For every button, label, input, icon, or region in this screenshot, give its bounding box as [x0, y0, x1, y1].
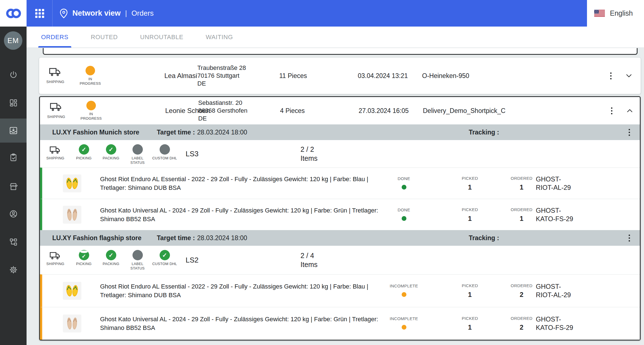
tab-routed[interactable]: ROUTED: [88, 27, 121, 48]
sidebar-item-dashboard[interactable]: [0, 91, 27, 115]
item-status: DONE: [382, 207, 426, 222]
account-icon: [9, 209, 18, 218]
store-menu-button[interactable]: [623, 232, 635, 244]
item-row[interactable]: Ghost Riot Enduro AL Essential - 2022 - …: [40, 274, 640, 307]
orders-list: SHIPPING IN PROGRESS Lea Almasi Traubens…: [27, 48, 644, 345]
pieces-count: 11 Pieces: [279, 72, 307, 80]
item-status-dot: [402, 185, 406, 190]
step-picking: PICKING: [68, 143, 99, 160]
hierarchy-icon: [9, 237, 18, 246]
status-label: IN PROGRESS: [76, 112, 106, 121]
top-bar: Network view | Orders: [27, 0, 587, 27]
grid-icon: [35, 9, 44, 18]
partial-check-circle-icon: [79, 250, 89, 260]
address-line: Traubenstraße 28: [197, 64, 246, 72]
language-selector[interactable]: English: [587, 0, 644, 27]
picked-label: PICKED: [450, 207, 489, 212]
ordered-value: 2: [502, 323, 541, 331]
picked-label: PICKED: [450, 283, 489, 288]
tab-waiting[interactable]: WAITING: [203, 27, 236, 48]
sidebar-item-settings[interactable]: [0, 258, 27, 282]
language-label: English: [610, 9, 633, 17]
order-id: Delivery_Demo_Shortpick_C: [423, 107, 515, 115]
step-label-status: LABEL STATUS: [122, 249, 153, 271]
pieces-count: 4 Pieces: [280, 107, 305, 115]
item-status-dot: [402, 292, 406, 297]
product-image-flipflops: [63, 282, 81, 300]
brand-logo-icon: [5, 8, 22, 19]
sidebar-item-stores[interactable]: [0, 174, 27, 199]
tab-unroutable[interactable]: UNROUTABLE: [137, 27, 186, 48]
item-status-label: DONE: [382, 207, 426, 212]
pending-circle-icon: [132, 144, 143, 155]
chevron-down-icon: [626, 74, 632, 77]
brand-logo[interactable]: [0, 0, 27, 27]
item-status-label: INCOMPLETE: [382, 316, 426, 321]
sidebar: EM: [0, 0, 27, 345]
page-title: Network view | Orders: [60, 0, 154, 27]
address-line: DE: [197, 80, 246, 88]
item-row[interactable]: Ghost Kato Universal AL - 2024 - 29 Zoll…: [40, 199, 640, 230]
collapse-order-button[interactable]: [624, 105, 636, 117]
in-progress-icon: [86, 101, 96, 110]
expand-order-button[interactable]: [623, 70, 635, 82]
step-label: LABEL STATUS: [122, 156, 153, 165]
check-circle-icon: [106, 144, 116, 155]
shipping-channel: SHIPPING: [42, 103, 70, 119]
step-custom-dhl: CUSTOM DHL: [149, 249, 180, 266]
order-menu-button[interactable]: [605, 70, 617, 82]
store-menu-button[interactable]: [623, 126, 635, 138]
picked-value: 1: [450, 214, 489, 222]
delivery-address: Sebastianstr. 20 86368 Gersthofen DE: [198, 99, 247, 122]
target-time-value: 28.03.2024 18:00: [197, 129, 247, 136]
step-packing: PACKING: [96, 249, 126, 266]
truck-icon: [50, 103, 62, 112]
sidebar-item-tasks[interactable]: [0, 145, 27, 169]
product-image-flipflops: [63, 206, 81, 224]
order-card: SHIPPING IN PROGRESS Lea Almasi Traubens…: [39, 58, 641, 94]
item-description: Ghost Riot Enduro AL Essential - 2022 - …: [100, 175, 394, 192]
step-picking: PICKING: [68, 249, 99, 266]
step-label: SHIPPING: [40, 262, 71, 266]
item-description: Ghost Kato Universal AL - 2024 - 29 Zoll…: [100, 315, 394, 332]
order-row[interactable]: SHIPPING IN PROGRESS Leonie Schoen Sebas…: [40, 97, 640, 124]
step-label: CUSTOM DHL: [149, 156, 180, 160]
picked-value: 1: [450, 323, 489, 331]
store-name: LU.XY Fashion flagship store: [52, 234, 141, 242]
shipment-code: LS3: [186, 150, 198, 158]
step-label-status: LABEL STATUS: [122, 143, 153, 165]
in-progress-icon: [86, 66, 95, 75]
item-row[interactable]: Ghost Kato Universal AL - 2024 - 29 Zoll…: [40, 307, 640, 340]
app-launcher-button[interactable]: [34, 8, 46, 19]
sidebar-item-orders-inbox[interactable]: [0, 119, 27, 143]
item-sku: GHOST-KATO-FS-29: [536, 206, 576, 223]
product-image-flipflops: [63, 315, 81, 332]
step-label: PICKING: [68, 156, 99, 160]
item-status-label: INCOMPLETE: [382, 283, 426, 288]
order-menu-button[interactable]: [605, 105, 618, 117]
picked-value: 1: [450, 291, 489, 299]
topbar-divider: [52, 0, 53, 27]
sidebar-item-account[interactable]: [0, 202, 27, 226]
clipboard-check-icon: [9, 153, 18, 162]
item-ordered: ORDERED 2: [502, 283, 541, 299]
step-label: LABEL STATUS: [122, 262, 153, 271]
sidebar-item-logout[interactable]: [0, 63, 27, 87]
item-ordered: ORDERED 1: [502, 176, 541, 191]
item-row[interactable]: Ghost Riot Enduro AL Essential - 2022 - …: [40, 167, 640, 199]
order-row[interactable]: SHIPPING IN PROGRESS Lea Almasi Traubens…: [39, 58, 641, 94]
truck-icon: [50, 146, 61, 155]
step-shipping: SHIPPING: [40, 143, 71, 160]
sidebar-item-network[interactable]: [0, 230, 27, 254]
shipment-status-row: SHIPPING PICKING PACKING LABEL STATUS CU…: [40, 140, 640, 167]
tab-orders[interactable]: ORDERS: [38, 27, 71, 48]
us-flag-icon: [594, 10, 605, 17]
avatar[interactable]: EM: [4, 31, 22, 50]
items-count-word: Items: [300, 260, 318, 269]
order-date: 27.03.2024 16:05: [359, 107, 409, 115]
tab-label: UNROUTABLE: [140, 34, 183, 41]
ordered-value: 1: [502, 183, 541, 191]
step-label: PICKING: [68, 262, 99, 266]
ordered-value: 1: [502, 214, 541, 222]
order-card-expanded: SHIPPING IN PROGRESS Leonie Schoen Sebas…: [39, 96, 641, 341]
